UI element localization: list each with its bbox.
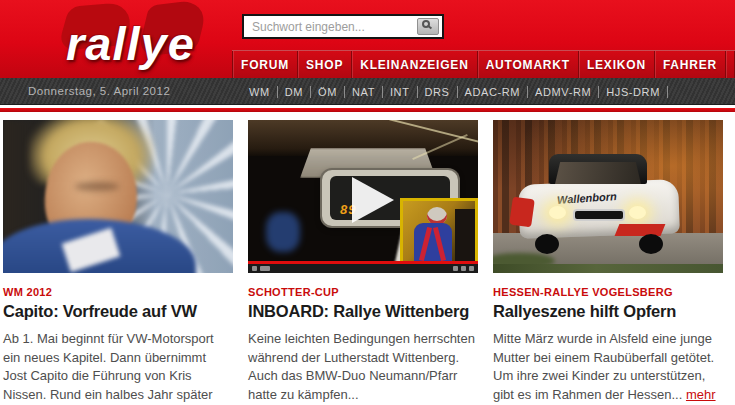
subnav-item-oem[interactable]: ÖM: [311, 86, 344, 98]
sub-bar: Donnerstag, 5. April 2012 WM DM ÖM NAT I…: [0, 78, 735, 105]
nav-item-shop[interactable]: SHOP: [298, 51, 351, 78]
article-teaser: Ab 1. Mai beginnt für VW-Motorsport ein …: [3, 330, 233, 405]
watch-later-icon[interactable]: [461, 266, 466, 271]
time-display: [260, 266, 270, 271]
search-box: [242, 14, 444, 39]
nav-item-lexikon[interactable]: LEXIKON: [579, 51, 654, 78]
photo-face-detail: [75, 182, 119, 191]
teaser-text: Keine leichten Bedingungen herrschten wä…: [248, 331, 475, 402]
settings-icon[interactable]: [453, 266, 458, 271]
car-red-livery: [509, 197, 535, 228]
car-red-livery: [615, 224, 666, 236]
logo-text: rallye: [66, 16, 195, 71]
date-label: Donnerstag, 5. April 2012: [28, 85, 170, 97]
video-interior-detail: [266, 212, 300, 252]
subnav-separator: [667, 86, 668, 98]
main-nav: FORUM SHOP KLEINANZEIGEN AUTOMARKT LEXIK…: [232, 50, 735, 78]
car-grille: [573, 209, 625, 221]
subnav-item-int[interactable]: INT: [383, 86, 417, 98]
car-headlight: [629, 206, 646, 219]
car-wheel: [639, 234, 663, 254]
search-input[interactable]: [244, 20, 417, 34]
photo-grass: [493, 264, 723, 273]
inset-window: [455, 209, 475, 267]
video-control-bar[interactable]: [248, 264, 478, 273]
car-windshield: [555, 162, 641, 184]
car-headlight: [549, 206, 566, 219]
article-video-thumbnail[interactable]: 89: [248, 120, 478, 273]
teaser-text: Ab 1. Mai beginnt für VW-Motorsport ein …: [3, 331, 214, 405]
play-icon[interactable]: [352, 177, 394, 223]
search-icon: [422, 20, 430, 28]
nav-item-automarkt[interactable]: AUTOMARKT: [478, 51, 578, 78]
article-title[interactable]: INBOARD: Rallye Wittenberg: [248, 302, 478, 321]
more-link[interactable]: mehr: [686, 387, 716, 402]
subnav-item-nat[interactable]: NAT: [345, 86, 382, 98]
article-title[interactable]: Capito: Vorfreude auf VW: [3, 302, 233, 321]
article-image-capito[interactable]: [3, 120, 233, 273]
nav-item-kleinanzeigen[interactable]: KLEINANZEIGEN: [352, 51, 476, 78]
subnav-item-wm[interactable]: WM: [242, 86, 277, 98]
codriver-inset-cam: [400, 198, 478, 269]
photo-rally-car: Wallenborn: [519, 154, 681, 258]
article-capito: WM 2012 Capito: Vorfreude auf VW Ab 1. M…: [3, 120, 233, 405]
sub-nav: WM DM ÖM NAT INT DRS ADAC-RM ADMV-RM HJS…: [242, 78, 668, 105]
subnav-item-dm[interactable]: DM: [278, 86, 310, 98]
fullscreen-icon[interactable]: [469, 266, 474, 271]
car-wheel: [535, 234, 559, 254]
article-teaser: Mitte März wurde in Alsfeld eine junge M…: [493, 330, 723, 404]
site-logo[interactable]: rallye: [52, 2, 247, 77]
article-title[interactable]: Rallyeszene hilft Opfern: [493, 302, 723, 321]
subnav-item-hjs-drm[interactable]: HJS-DRM: [599, 86, 667, 98]
site-header: rallye FORUM SHOP KLEINANZEIGEN AUTOMARK…: [0, 0, 735, 78]
search-button[interactable]: [417, 18, 439, 35]
article-image-rally-car[interactable]: Wallenborn: [493, 120, 723, 273]
nav-item-fahrer[interactable]: FAHRER: [655, 51, 725, 78]
play-control-icon[interactable]: [252, 266, 257, 271]
article-teaser: Keine leichten Bedingungen herrschten wä…: [248, 330, 478, 404]
article-category[interactable]: WM 2012: [3, 286, 233, 298]
subnav-item-drs[interactable]: DRS: [418, 86, 457, 98]
article-category[interactable]: SCHOTTER-CUP: [248, 286, 478, 298]
teaser-text: Mitte März wurde in Alsfeld eine junge M…: [493, 331, 714, 402]
article-hessen-rallye: Wallenborn HESSEN-RALLYE VOGELSBERG Rall…: [493, 120, 723, 405]
nav-item-forum[interactable]: FORUM: [233, 51, 297, 78]
nav-spacer: [726, 51, 734, 78]
article-category[interactable]: HESSEN-RALLYE VOGELSBERG: [493, 286, 723, 298]
article-inboard-wittenberg: 89 SCHOTTER-CUP INBOARD: Rallye Wittenbe…: [248, 120, 478, 405]
teaser-row: WM 2012 Capito: Vorfreude auf VW Ab 1. M…: [0, 112, 735, 405]
subnav-item-admv-rm[interactable]: ADMV-RM: [528, 86, 598, 98]
subnav-item-adac-rm[interactable]: ADAC-RM: [458, 86, 528, 98]
